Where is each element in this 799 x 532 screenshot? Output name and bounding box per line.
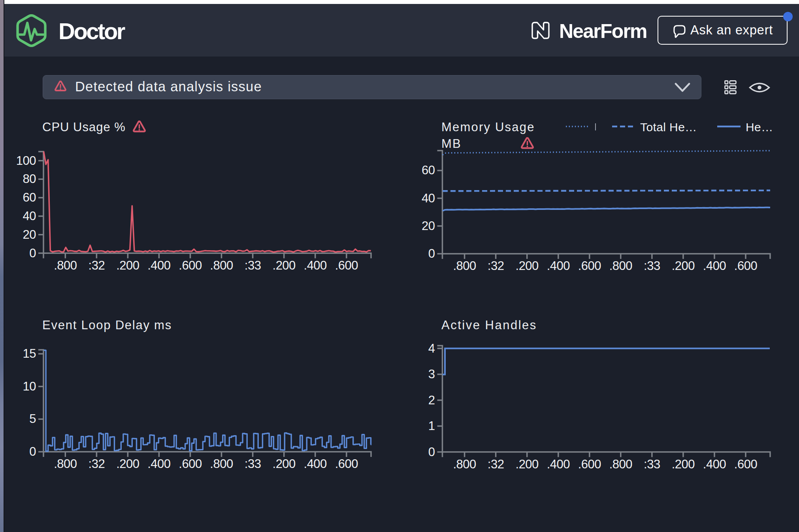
svg-text:.800: .800 — [609, 457, 633, 471]
svg-text:.200: .200 — [672, 259, 695, 273]
svg-text:0: 0 — [29, 445, 36, 458]
svg-text:40: 40 — [422, 191, 435, 205]
svg-text:.200: .200 — [516, 259, 539, 273]
svg-text::33: :33 — [245, 457, 261, 471]
svg-text:.600: .600 — [335, 457, 358, 471]
svg-text:.400: .400 — [547, 259, 570, 273]
svg-text:.400: .400 — [304, 258, 327, 272]
svg-text:.400: .400 — [703, 457, 726, 471]
svg-text:20: 20 — [422, 219, 435, 233]
svg-text:2: 2 — [428, 393, 435, 407]
svg-text:80: 80 — [23, 172, 36, 186]
svg-text:.600: .600 — [734, 259, 758, 273]
svg-text:3: 3 — [428, 367, 435, 381]
svg-text:100: 100 — [16, 154, 36, 168]
svg-text:.800: .800 — [609, 259, 633, 273]
svg-text:.400: .400 — [304, 457, 327, 471]
svg-text:10: 10 — [23, 379, 36, 393]
svg-text:.400: .400 — [147, 258, 171, 272]
svg-text:20: 20 — [23, 228, 36, 241]
svg-text:.800: .800 — [210, 457, 233, 471]
svg-text:.800: .800 — [453, 457, 476, 471]
svg-text:.200: .200 — [273, 457, 296, 471]
svg-text:.600: .600 — [335, 258, 358, 272]
svg-text:.800: .800 — [210, 258, 233, 272]
svg-text:5: 5 — [29, 412, 36, 426]
svg-text::33: :33 — [245, 258, 261, 272]
svg-text:.200: .200 — [672, 457, 695, 471]
svg-text:15: 15 — [23, 347, 36, 360]
svg-text::32: :32 — [89, 258, 105, 272]
svg-text:.800: .800 — [453, 259, 476, 273]
svg-text:.600: .600 — [179, 457, 202, 471]
svg-text:60: 60 — [422, 163, 435, 177]
svg-text::33: :33 — [644, 259, 660, 273]
svg-text:40: 40 — [23, 209, 36, 223]
svg-text:.200: .200 — [516, 457, 539, 471]
svg-text:.600: .600 — [578, 259, 601, 273]
svg-text:4: 4 — [428, 341, 435, 355]
svg-text:.200: .200 — [116, 457, 139, 471]
svg-text:.200: .200 — [273, 258, 296, 272]
svg-text:60: 60 — [23, 191, 36, 204]
svg-text:.200: .200 — [116, 258, 139, 272]
svg-text:0: 0 — [29, 246, 36, 260]
svg-text:0: 0 — [428, 445, 435, 459]
svg-text:.600: .600 — [734, 457, 758, 471]
svg-text::32: :32 — [89, 457, 105, 471]
svg-text:.800: .800 — [54, 258, 77, 272]
svg-text:.400: .400 — [547, 457, 570, 471]
svg-text:.800: .800 — [54, 457, 77, 471]
svg-text:.400: .400 — [147, 457, 171, 471]
svg-text:0: 0 — [428, 247, 435, 260]
svg-text::32: :32 — [488, 259, 504, 273]
svg-text:.600: .600 — [179, 258, 202, 272]
svg-text::33: :33 — [644, 457, 660, 471]
svg-text:.400: .400 — [703, 259, 726, 273]
svg-text:.600: .600 — [578, 457, 601, 471]
svg-text::32: :32 — [488, 457, 504, 471]
svg-text:1: 1 — [428, 419, 435, 433]
